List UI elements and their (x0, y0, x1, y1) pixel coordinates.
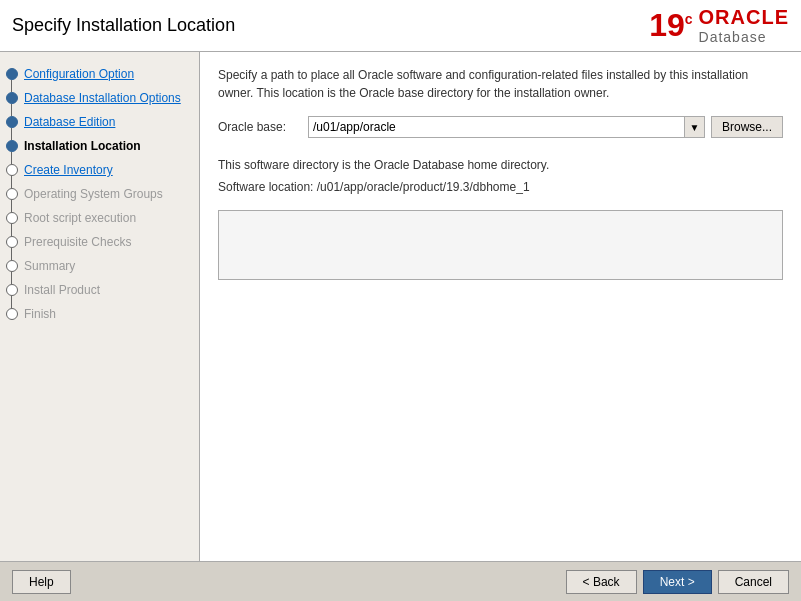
software-location-label: Software location: (218, 180, 313, 194)
content-description: Specify a path to place all Oracle softw… (218, 66, 783, 102)
step-circle-summary (6, 260, 18, 272)
next-button[interactable]: Next > (643, 570, 712, 594)
info-text: This software directory is the Oracle Da… (218, 158, 783, 172)
step-circle-prereq (6, 236, 18, 248)
step-indicator-os-groups (4, 186, 20, 202)
help-button[interactable]: Help (12, 570, 71, 594)
main-area: Configuration Option Database Installati… (0, 52, 801, 561)
step-circle-config (6, 68, 18, 80)
software-location-value: /u01/app/oracle/product/19.3/dbhome_1 (317, 180, 530, 194)
oracle-base-dropdown-arrow[interactable]: ▼ (685, 116, 705, 138)
step-circle-finish (6, 308, 18, 320)
back-button[interactable]: < Back (566, 570, 637, 594)
sidebar-item-finish: Finish (0, 302, 199, 326)
header: Specify Installation Location 19c ORACLE… (0, 0, 801, 52)
sidebar-item-install-product: Install Product (0, 278, 199, 302)
step-indicator-root-script (4, 210, 20, 226)
step-indicator-summary (4, 258, 20, 274)
step-indicator-install-location (4, 138, 20, 154)
footer: Help < Back Next > Cancel (0, 561, 801, 601)
sidebar-item-summary: Summary (0, 254, 199, 278)
step-indicator-prereq (4, 234, 20, 250)
oracle-text: ORACLE (699, 6, 789, 29)
step-circle-create-inventory (6, 164, 18, 176)
step-circle-root-script (6, 212, 18, 224)
footer-left: Help (12, 570, 71, 594)
sidebar-item-db-install-options[interactable]: Database Installation Options (0, 86, 199, 110)
step-indicator-install-product (4, 282, 20, 298)
sidebar-item-os-groups: Operating System Groups (0, 182, 199, 206)
oracle-base-label: Oracle base: (218, 120, 308, 134)
sidebar: Configuration Option Database Installati… (0, 52, 200, 561)
step-indicator-finish (4, 306, 20, 322)
step-circle-install-product (6, 284, 18, 296)
step-circle-os-groups (6, 188, 18, 200)
oracle-base-input[interactable] (308, 116, 685, 138)
sidebar-item-install-location[interactable]: Installation Location (0, 134, 199, 158)
sidebar-item-config-option[interactable]: Configuration Option (0, 62, 199, 86)
step-indicator-config (4, 66, 20, 82)
oracle-base-row: Oracle base: ▼ Browse... (218, 116, 783, 138)
oracle-base-input-group: ▼ Browse... (308, 116, 783, 138)
step-indicator-db-edition (4, 114, 20, 130)
step-indicator-db-install (4, 90, 20, 106)
sidebar-item-db-edition[interactable]: Database Edition (0, 110, 199, 134)
sidebar-item-root-script: Root script execution (0, 206, 199, 230)
step-circle-db-install (6, 92, 18, 104)
sidebar-item-create-inventory[interactable]: Create Inventory (0, 158, 199, 182)
oracle-db-text: Database (699, 29, 767, 45)
step-indicator-create-inventory (4, 162, 20, 178)
step-circle-db-edition (6, 116, 18, 128)
sidebar-item-prereq-checks: Prerequisite Checks (0, 230, 199, 254)
software-location-text: Software location: /u01/app/oracle/produ… (218, 180, 783, 194)
oracle-name: ORACLE Database (699, 6, 789, 45)
browse-button[interactable]: Browse... (711, 116, 783, 138)
page-title: Specify Installation Location (12, 15, 235, 36)
step-circle-install-location (6, 140, 18, 152)
footer-right: < Back Next > Cancel (566, 570, 789, 594)
bottom-panel (218, 210, 783, 280)
content-panel: Specify a path to place all Oracle softw… (200, 52, 801, 561)
oracle-logo: 19c ORACLE Database (649, 6, 789, 45)
oracle-version: 19c (649, 7, 692, 44)
cancel-button[interactable]: Cancel (718, 570, 789, 594)
oracle-version-sup: c (685, 11, 693, 27)
